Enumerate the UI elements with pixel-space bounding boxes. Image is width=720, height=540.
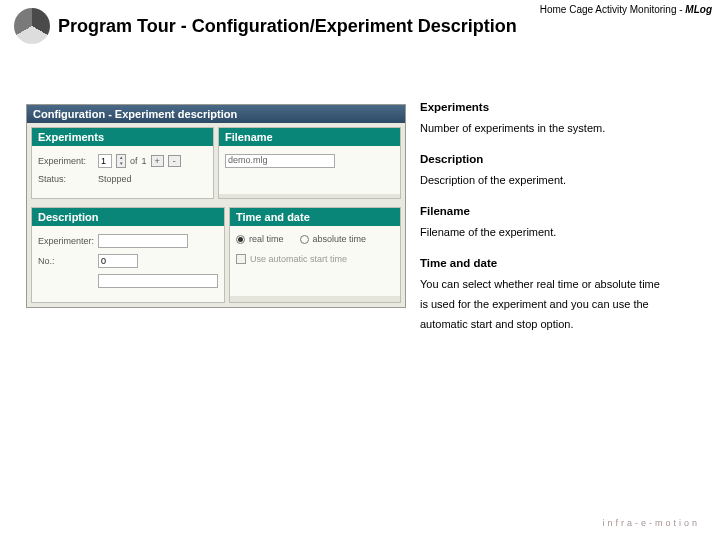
checkbox-auto-start[interactable] (236, 254, 246, 264)
panel-header-time-date: Time and date (230, 208, 400, 226)
doc-text-time-date-2: is used for the experiment and you can u… (420, 296, 700, 314)
label-no: No.: (38, 256, 94, 266)
experimenter-input[interactable] (98, 234, 188, 248)
doc-text-description: Description of the experiment. (420, 172, 700, 190)
panel-experiments: Experiments Experiment: ▴▾ of 1 + - Stat… (31, 127, 214, 199)
label-experiment: Experiment: (38, 156, 94, 166)
header-product-line: Home Cage Activity Monitoring - MLog (540, 4, 712, 15)
experiment-stepper[interactable]: ▴▾ (116, 154, 126, 168)
status-value: Stopped (98, 174, 132, 184)
panel-header-description: Description (32, 208, 224, 226)
filename-input[interactable]: demo.mlg (225, 154, 335, 168)
doc-heading-filename: Filename (420, 202, 700, 220)
chevron-down-icon[interactable]: ▾ (117, 161, 125, 167)
window-title-bar: Configuration - Experiment description (27, 105, 405, 123)
doc-text-time-date-3: automatic start and stop option. (420, 316, 700, 334)
experiment-number-input[interactable] (98, 154, 112, 168)
label-absolute-time: absolute time (313, 234, 367, 244)
doc-heading-experiments: Experiments (420, 98, 700, 116)
label-status: Status: (38, 174, 94, 184)
label-of: of (130, 156, 138, 166)
doc-text-time-date-1: You can select whether real time or abso… (420, 276, 700, 294)
panel-time-date: Time and date real time absolute time Us… (229, 207, 401, 303)
label-experimenter: Experimenter: (38, 236, 94, 246)
product-short-text: MLog (685, 4, 712, 15)
logo-icon (14, 8, 50, 44)
panel-header-filename: Filename (219, 128, 400, 146)
footer-brand: infra-e-motion (602, 518, 700, 528)
label-real-time: real time (249, 234, 284, 244)
doc-text-filename: Filename of the experiment. (420, 224, 700, 242)
no-input[interactable] (98, 254, 138, 268)
doc-heading-time-date: Time and date (420, 254, 700, 272)
btn-add-experiment[interactable]: + (151, 155, 164, 167)
config-window: Configuration - Experiment description E… (26, 104, 406, 308)
panel-filename: Filename demo.mlg (218, 127, 401, 199)
description-input[interactable] (98, 274, 218, 288)
label-auto-start: Use automatic start time (250, 254, 347, 264)
doc-column: Experiments Number of experiments in the… (420, 92, 700, 345)
label-total: 1 (142, 156, 147, 166)
radio-real-time[interactable] (236, 235, 245, 244)
product-line-text: Home Cage Activity Monitoring - (540, 4, 686, 15)
doc-heading-description: Description (420, 150, 700, 168)
panel-header-experiments: Experiments (32, 128, 213, 146)
page-title: Program Tour - Configuration/Experiment … (58, 16, 517, 37)
btn-remove-experiment[interactable]: - (168, 155, 181, 167)
doc-text-experiments: Number of experiments in the system. (420, 120, 700, 138)
radio-absolute-time[interactable] (300, 235, 309, 244)
panel-description: Description Experimenter: No.: (31, 207, 225, 303)
